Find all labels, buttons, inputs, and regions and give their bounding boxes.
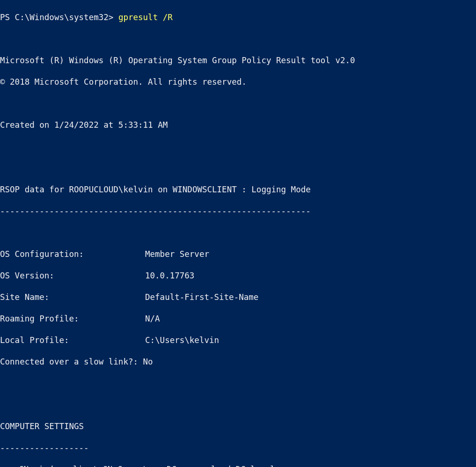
os-config-row: OS Configuration:Member Server — [0, 249, 476, 260]
os-version-value: 10.0.17763 — [145, 270, 194, 281]
computer-settings-heading: COMPUTER SETTINGS — [0, 421, 476, 432]
rsop-underline: ----------------------------------------… — [0, 206, 476, 217]
roaming-profile-row: Roaming Profile:N/A — [0, 314, 476, 324]
os-config-value: Member Server — [145, 249, 209, 260]
slow-link-value: No — [143, 357, 153, 366]
command-text: gpresult /R — [118, 13, 173, 22]
os-version-label: OS Version: — [0, 271, 54, 280]
roaming-profile-value: N/A — [145, 314, 160, 324]
os-config-label: OS Configuration: — [0, 249, 84, 259]
tool-header-2: © 2018 Microsoft Corporation. All rights… — [0, 77, 476, 88]
site-name-row: Site Name:Default-First-Site-Name — [0, 292, 476, 303]
terminal-output[interactable]: PS C:\Windows\system32> gpresult /R Micr… — [0, 0, 476, 467]
roaming-profile-label: Roaming Profile: — [0, 314, 79, 323]
local-profile-value: C:\Users\kelvin — [145, 335, 219, 346]
slow-link-row: Connected over a slow link?: No — [0, 357, 476, 367]
computer-settings-underline: ------------------ — [0, 443, 476, 453]
slow-link-label: Connected over a slow link?: — [0, 357, 143, 366]
site-name-value: Default-First-Site-Name — [145, 292, 258, 303]
cn-line: CN=windowsclient,CN=Computers,DC=roopucl… — [0, 464, 476, 467]
local-profile-label: Local Profile: — [0, 336, 69, 345]
local-profile-row: Local Profile:C:\Users\kelvin — [0, 335, 476, 346]
rsop-title: RSOP data for ROOPUCLOUD\kelvin on WINDO… — [0, 184, 476, 195]
prompt-line: PS C:\Windows\system32> gpresult /R — [0, 12, 476, 23]
tool-header-1: Microsoft (R) Windows (R) Operating Syst… — [0, 55, 476, 66]
site-name-label: Site Name: — [0, 292, 49, 302]
os-version-row: OS Version:10.0.17763 — [0, 270, 476, 281]
created-on: Created on ‎1/‎24/‎2022 at 5:33:11 AM — [0, 120, 476, 131]
prompt-text: PS C:\Windows\system32> — [0, 13, 118, 22]
